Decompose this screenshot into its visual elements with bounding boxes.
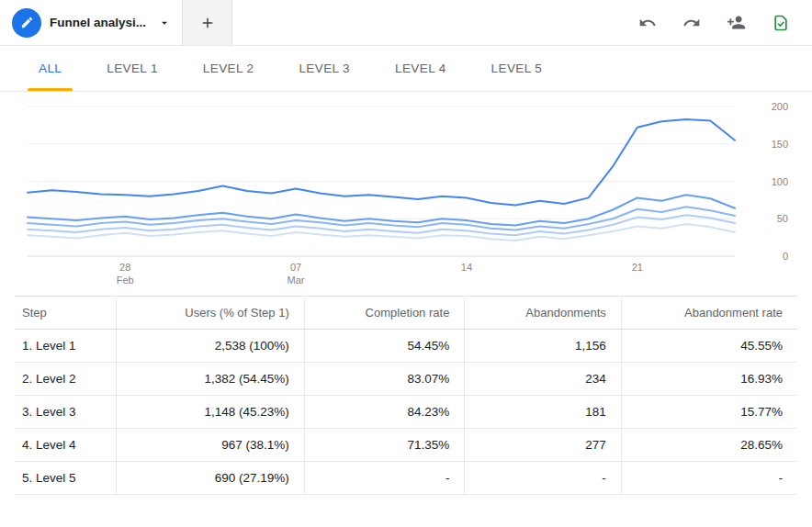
tab-level-5[interactable]: LEVEL 5 (491, 46, 543, 91)
col-completion-rate: Completion rate (304, 297, 465, 330)
table-row: 5. Level 5 690 (27.19%) - - - (15, 462, 797, 495)
svg-text:14: 14 (461, 262, 472, 273)
share-button[interactable] (727, 13, 746, 32)
cell-completion-rate: 54.45% (304, 330, 465, 363)
table-row: 2. Level 2 1,382 (54.45%) 83.07% 234 16.… (15, 363, 797, 396)
undo-button[interactable] (638, 14, 657, 32)
cell-users: 2,538 (100%) (117, 330, 304, 363)
exploration-title: Funnel analysi... (50, 16, 146, 29)
svg-text:Mar: Mar (288, 275, 305, 286)
cell-step: 2. Level 2 (15, 363, 117, 396)
funnel-exploration-app: Funnel analysi... (0, 0, 812, 495)
trend-line-chart: 05010015020028Feb07Mar1421 (0, 97, 812, 288)
cell-abandonment-rate: 15.77% (621, 396, 797, 429)
trend-chart-section: 05010015020028Feb07Mar1421 (0, 92, 812, 292)
cell-abandonment-rate: - (621, 462, 797, 495)
cell-abandonments: 1,156 (465, 330, 621, 363)
svg-text:07: 07 (290, 262, 301, 273)
tab-level-3[interactable]: LEVEL 3 (299, 46, 350, 91)
cell-abandonments: 277 (465, 429, 621, 462)
undo-icon (638, 14, 657, 32)
tab-level-4[interactable]: LEVEL 4 (395, 46, 446, 91)
cell-users: 967 (38.1%) (117, 429, 304, 462)
svg-text:21: 21 (632, 262, 643, 273)
table-row: 3. Level 3 1,148 (45.23%) 84.23% 181 15.… (15, 396, 797, 429)
table-header-row: Step Users (% of Step 1) Completion rate… (15, 297, 797, 330)
cell-abandonments: 234 (465, 363, 621, 396)
exploration-tab[interactable]: Funnel analysi... (0, 0, 183, 45)
cell-completion-rate: 83.07% (304, 363, 465, 396)
col-step: Step (15, 297, 117, 330)
svg-text:200: 200 (772, 101, 788, 112)
topbar-actions (638, 0, 812, 45)
person-add-icon (727, 13, 746, 32)
funnel-table: Step Users (% of Step 1) Completion rate… (15, 296, 797, 495)
cell-abandonments: 181 (465, 396, 621, 429)
cell-step: 5. Level 5 (15, 462, 117, 495)
table-row: 1. Level 1 2,538 (100%) 54.45% 1,156 45.… (15, 330, 797, 363)
chevron-down-icon[interactable] (158, 17, 171, 29)
cell-users: 690 (27.19%) (117, 462, 304, 495)
tab-all[interactable]: ALL (39, 46, 62, 91)
col-abandonment-rate: Abandonment rate (621, 297, 797, 330)
redo-icon (682, 14, 701, 32)
col-users: Users (% of Step 1) (117, 297, 304, 330)
pencil-icon (20, 16, 34, 29)
col-abandonments: Abandonments (465, 297, 621, 330)
cell-abandonment-rate: 16.93% (621, 363, 797, 396)
table-row: 4. Level 4 967 (38.1%) 71.35% 277 28.65% (15, 429, 797, 462)
topbar: Funnel analysi... (0, 0, 812, 46)
cell-completion-rate: 71.35% (304, 429, 465, 462)
cell-abandonment-rate: 45.55% (621, 330, 797, 363)
export-data-icon (772, 14, 790, 32)
cell-users: 1,382 (54.45%) (117, 363, 304, 396)
cell-abandonments: - (465, 462, 621, 495)
add-tab-button[interactable] (183, 0, 232, 45)
tab-level-2[interactable]: LEVEL 2 (203, 46, 254, 91)
plus-icon (199, 15, 216, 31)
svg-text:150: 150 (772, 139, 788, 150)
cell-completion-rate: 84.23% (304, 396, 465, 429)
cell-step: 3. Level 3 (15, 396, 117, 429)
edit-badge (12, 8, 41, 38)
svg-text:100: 100 (772, 176, 788, 187)
cell-users: 1,148 (45.23%) (117, 396, 304, 429)
svg-text:0: 0 (783, 251, 788, 262)
funnel-table-section: Step Users (% of Step 1) Completion rate… (0, 292, 812, 495)
svg-text:28: 28 (119, 262, 130, 273)
cell-completion-rate: - (304, 462, 465, 495)
svg-text:Feb: Feb (117, 275, 134, 286)
step-tabs: ALL LEVEL 1 LEVEL 2 LEVEL 3 LEVEL 4 LEVE… (0, 46, 812, 92)
cell-step: 1. Level 1 (15, 330, 117, 363)
cell-step: 4. Level 4 (15, 429, 117, 462)
redo-button[interactable] (682, 14, 701, 32)
cell-abandonment-rate: 28.65% (621, 429, 797, 462)
export-button[interactable] (772, 14, 790, 32)
svg-text:50: 50 (777, 213, 788, 224)
tab-level-1[interactable]: LEVEL 1 (107, 46, 158, 91)
